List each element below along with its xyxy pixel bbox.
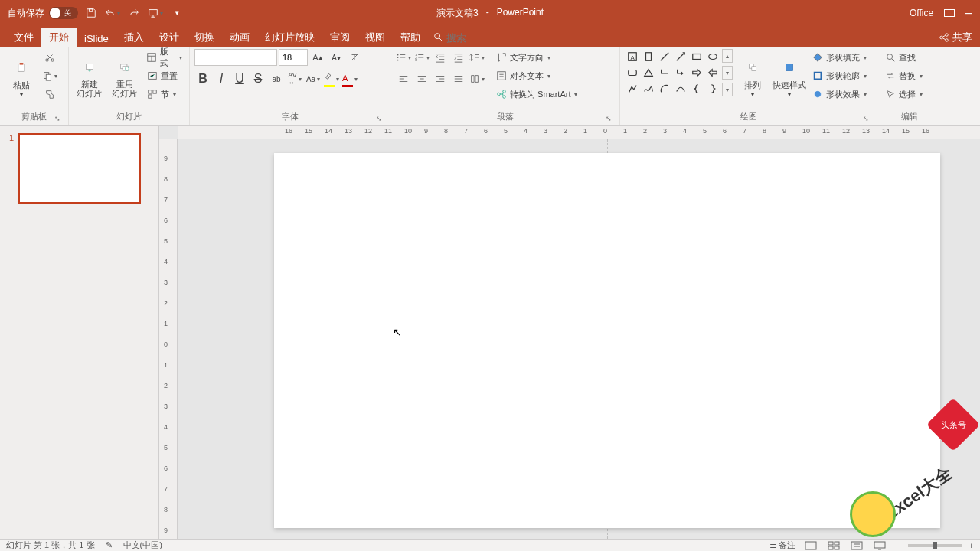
convert-smartart-button[interactable]: 转换为 SmartArt — [493, 86, 580, 103]
shape-rbrace-icon[interactable] — [705, 81, 720, 96]
slide-thumbnail-1[interactable] — [18, 133, 141, 204]
section-button[interactable]: 节 — [144, 86, 185, 103]
tab-transitions[interactable]: 切换 — [187, 28, 222, 47]
paragraph-launcher-icon[interactable]: ⤡ — [604, 114, 613, 123]
sorter-view-icon[interactable] — [826, 540, 841, 551]
tab-islide[interactable]: iSlide — [77, 30, 116, 47]
shape-fill-button[interactable]: 形状填充 — [809, 49, 869, 66]
qat-customize-icon[interactable]: ▾ — [168, 5, 185, 21]
shape-outline-button[interactable]: 形状轮廓 — [809, 67, 869, 84]
underline-icon[interactable]: U — [231, 70, 248, 87]
tab-help[interactable]: 帮助 — [393, 28, 428, 47]
select-button[interactable]: 选择 — [882, 86, 925, 103]
shape-vtextbox-icon[interactable] — [641, 49, 656, 64]
shape-lbrace-icon[interactable] — [689, 81, 704, 96]
minimize-icon[interactable]: – — [965, 6, 972, 20]
drawing-launcher-icon[interactable]: ⤡ — [861, 114, 871, 123]
layout-button[interactable]: 版式 — [144, 49, 185, 66]
increase-indent-icon[interactable] — [450, 49, 467, 66]
align-right-icon[interactable] — [432, 70, 449, 87]
shape-line-icon[interactable] — [657, 49, 672, 64]
save-icon[interactable] — [83, 5, 100, 21]
share-button[interactable]: 共享 — [931, 28, 980, 47]
ribbon-display-options-icon[interactable] — [944, 9, 955, 17]
tab-file[interactable]: 文件 — [6, 28, 41, 47]
font-launcher-icon[interactable]: ⤡ — [374, 114, 384, 123]
shape-arrowline-icon[interactable] — [673, 49, 688, 64]
shape-right-arrow-icon[interactable] — [689, 65, 704, 80]
zoom-in-icon[interactable]: + — [969, 541, 974, 550]
search-input[interactable] — [446, 32, 492, 44]
paste-button[interactable]: 粘贴 ▾ — [5, 49, 38, 106]
arrange-button[interactable]: 排列▾ — [736, 49, 769, 106]
decrease-indent-icon[interactable] — [432, 49, 449, 66]
decrease-font-icon[interactable]: A▾ — [328, 49, 345, 66]
shape-freeform-icon[interactable] — [625, 81, 640, 96]
shapes-scroll-down-icon[interactable]: ▾ — [722, 66, 733, 80]
bullets-icon[interactable] — [395, 49, 412, 66]
shape-arc-icon[interactable] — [657, 81, 672, 96]
zoom-out-icon[interactable]: − — [895, 541, 900, 550]
font-color-icon[interactable]: A — [341, 70, 358, 87]
tab-animations[interactable]: 动画 — [222, 28, 257, 47]
tab-view[interactable]: 视图 — [358, 28, 393, 47]
char-spacing-icon[interactable]: AV↔ — [286, 70, 303, 87]
tab-insert[interactable]: 插入 — [116, 28, 152, 47]
start-slideshow-button[interactable] — [147, 5, 164, 21]
shape-elbow-arrow-icon[interactable] — [673, 65, 688, 80]
shape-triangle-icon[interactable] — [641, 65, 656, 80]
highlight-color-icon[interactable] — [323, 70, 340, 87]
tab-design[interactable]: 设计 — [152, 28, 187, 47]
shape-elbow-icon[interactable] — [657, 65, 672, 80]
find-button[interactable]: 查找 — [882, 49, 918, 66]
shape-textbox-icon[interactable]: A — [625, 49, 640, 64]
slide-thumbnail-panel[interactable]: 1 — [0, 126, 159, 539]
cut-icon[interactable] — [41, 49, 58, 66]
copy-icon[interactable] — [41, 67, 58, 84]
shape-roundrect-icon[interactable] — [625, 65, 640, 80]
shapes-scroll-up-icon[interactable]: ▴ — [722, 49, 733, 63]
align-text-button[interactable]: 对齐文本 — [493, 67, 580, 84]
shapes-more-icon[interactable]: ▾ — [722, 83, 733, 96]
font-size-input[interactable] — [279, 49, 308, 66]
tab-home[interactable]: 开始 — [41, 28, 77, 47]
shape-rect-icon[interactable] — [689, 49, 704, 64]
notes-button[interactable]: ≣ 备注 — [769, 540, 795, 551]
clipboard-launcher-icon[interactable]: ⤡ — [53, 114, 62, 123]
align-left-icon[interactable] — [395, 70, 412, 87]
search-icon[interactable] — [433, 31, 443, 44]
shape-scribble-icon[interactable] — [641, 81, 656, 96]
normal-view-icon[interactable] — [803, 540, 818, 551]
numbering-icon[interactable]: 123 — [413, 49, 430, 66]
align-center-icon[interactable] — [413, 70, 430, 87]
font-name-input[interactable] — [194, 49, 277, 66]
reset-button[interactable]: 重置 — [144, 67, 185, 84]
undo-button[interactable] — [104, 5, 121, 21]
language-status[interactable]: 中文(中国) — [123, 540, 162, 551]
change-case-icon[interactable]: Aa — [305, 70, 322, 87]
italic-icon[interactable]: I — [213, 70, 230, 87]
quick-styles-button[interactable]: 快速样式▾ — [773, 49, 806, 106]
increase-font-icon[interactable]: A▴ — [309, 49, 326, 66]
text-shadow-icon[interactable]: ab — [268, 70, 285, 87]
columns-icon[interactable] — [469, 70, 485, 87]
bold-icon[interactable]: B — [194, 70, 211, 87]
tab-slideshow[interactable]: 幻灯片放映 — [257, 28, 322, 47]
reading-view-icon[interactable] — [849, 540, 864, 551]
replace-button[interactable]: 替换 — [882, 67, 925, 84]
zoom-slider[interactable] — [908, 544, 962, 547]
justify-icon[interactable] — [450, 70, 467, 87]
format-painter-icon[interactable] — [41, 86, 58, 103]
new-slide-button[interactable]: 新建 幻灯片 — [74, 49, 106, 106]
reuse-slides-button[interactable]: 重用 幻灯片 — [109, 49, 141, 106]
tab-review[interactable]: 审阅 — [322, 28, 358, 47]
shape-oval-icon[interactable] — [705, 49, 720, 64]
shape-curve-icon[interactable] — [673, 81, 688, 96]
redo-button[interactable] — [126, 5, 142, 21]
slide-canvas[interactable] — [274, 153, 940, 528]
shapes-gallery[interactable]: A — [625, 49, 720, 96]
line-spacing-icon[interactable] — [469, 49, 485, 66]
clear-formatting-icon[interactable] — [346, 49, 363, 66]
slideshow-view-icon[interactable] — [872, 540, 887, 551]
shape-effects-button[interactable]: 形状效果 — [809, 86, 869, 103]
